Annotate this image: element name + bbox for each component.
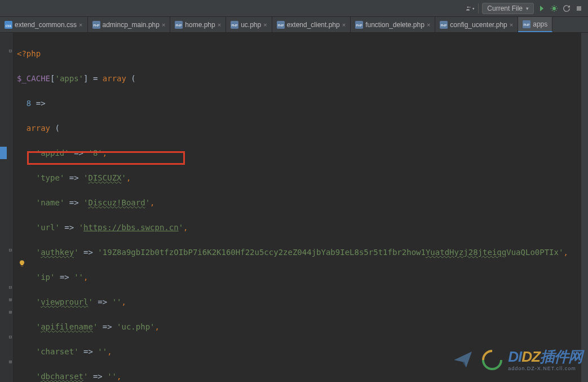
- users-dropdown-icon[interactable]: ▾: [466, 4, 475, 13]
- php-file-icon: PHP: [231, 21, 238, 29]
- close-icon[interactable]: ×: [79, 21, 82, 28]
- close-icon[interactable]: ×: [263, 21, 267, 28]
- wm-text: DZ: [521, 348, 540, 365]
- tab-label: extend_common.css: [15, 21, 77, 29]
- kv-key: viewprourl: [41, 297, 88, 306]
- close-icon[interactable]: ×: [510, 21, 513, 28]
- tab-label: admincp_main.php: [103, 21, 160, 29]
- tab-apps[interactable]: PHP apps: [518, 17, 552, 32]
- kv-key: ip: [41, 273, 50, 282]
- fold-plus-icon[interactable]: ⊞: [8, 359, 13, 364]
- svg-point-1: [470, 6, 471, 7]
- svg-text:PHP: PHP: [93, 23, 99, 27]
- wm-text: 插件网: [540, 348, 582, 365]
- fold-minus-icon[interactable]: ⊟: [8, 48, 13, 53]
- fold-minus-icon[interactable]: ⊟: [8, 247, 13, 252]
- svg-text:PHP: PHP: [176, 23, 182, 27]
- tab-config-ucenter[interactable]: PHP config_ucenter.php ×: [435, 17, 518, 32]
- svg-text:PHP: PHP: [277, 23, 284, 27]
- svg-text:PHP: PHP: [441, 23, 447, 27]
- var-cache: $_CACHE: [17, 74, 50, 83]
- run-config-label: Current File: [487, 5, 523, 12]
- php-file-icon: PHP: [440, 21, 448, 29]
- watermark-logo: DIDZ插件网 addon.DZ-X.NET.cll.com: [450, 348, 582, 372]
- chevron-down-icon: ▾: [526, 6, 529, 11]
- close-icon[interactable]: ×: [342, 21, 346, 28]
- fold-plus-icon[interactable]: ⊞: [8, 309, 13, 314]
- kv-val-part: 28jteiqq: [468, 248, 506, 257]
- editor-gutter: ⊟ ⊟ ⊟ ⊞ ⊞ ⊟ ⊞: [0, 33, 14, 382]
- php-file-icon: PHP: [355, 21, 363, 29]
- kv-val-part: 19Z8a9gbI2b0tfzOIbP7i6K2K160Hf22u5ccy2ze…: [103, 248, 426, 257]
- close-icon[interactable]: ×: [162, 21, 165, 28]
- php-open-tag: <?php: [17, 49, 41, 58]
- kv-key: appid: [41, 148, 64, 157]
- kv-key: apifilename: [41, 322, 93, 331]
- kv-key: charset: [41, 347, 74, 356]
- php-file-icon: PHP: [523, 20, 530, 28]
- kv-val-part: YuatdHyzj: [426, 248, 468, 257]
- close-icon[interactable]: ×: [427, 21, 430, 28]
- css-file-icon: css: [5, 21, 12, 29]
- tab-function-delete[interactable]: PHP function_delete.php ×: [351, 17, 435, 32]
- code-content[interactable]: <?php $_CACHE['apps'] = array ( 8 => arr…: [14, 33, 588, 382]
- fold-minus-icon[interactable]: ⊟: [8, 334, 13, 339]
- vertical-scrollbar[interactable]: [581, 33, 588, 382]
- tab-label: home.php: [185, 21, 215, 29]
- debug-button[interactable]: [550, 4, 559, 13]
- close-icon[interactable]: ×: [218, 21, 221, 28]
- svg-point-2: [552, 7, 556, 10]
- svg-text:PHP: PHP: [356, 23, 362, 27]
- array-keyword: array: [103, 74, 126, 83]
- kv-key: url: [41, 223, 55, 232]
- paper-plane-icon: [450, 349, 476, 371]
- run-button[interactable]: [537, 4, 546, 13]
- tab-label: config_ucenter.php: [450, 21, 507, 29]
- svg-text:PHP: PHP: [524, 23, 530, 26]
- php-file-icon: PHP: [277, 21, 285, 29]
- circle-logo-icon: [482, 350, 502, 370]
- tab-label: apps: [533, 20, 547, 28]
- kv-val: Discuz!Board: [88, 198, 145, 207]
- editor-tabs-bar: css extend_common.css × PHP admincp_main…: [0, 17, 588, 33]
- svg-point-0: [467, 6, 469, 8]
- svg-rect-3: [577, 6, 581, 11]
- run-config-dropdown[interactable]: Current File ▾: [482, 3, 534, 14]
- kv-val: uc.php: [121, 322, 150, 331]
- tab-home[interactable]: PHP home.php ×: [170, 17, 226, 32]
- php-file-icon: PHP: [92, 21, 100, 29]
- code-editor[interactable]: ⊟ ⊟ ⊟ ⊞ ⊞ ⊟ ⊞ <?php $_CACHE['apps'] = ar…: [0, 33, 588, 382]
- tab-label: function_delete.php: [365, 21, 425, 29]
- gutter-marker[interactable]: [0, 147, 7, 159]
- wm-subtext: addon.DZ-X.NET.cll.com: [508, 366, 582, 372]
- kv-key: type: [41, 173, 60, 182]
- tab-uc[interactable]: PHP uc.php ×: [226, 17, 272, 32]
- main-toolbar: ▾ Current File ▾: [0, 0, 588, 17]
- kv-key: dbcharset: [41, 372, 83, 381]
- wm-text: DI: [508, 348, 521, 365]
- fold-minus-icon[interactable]: ⊟: [8, 284, 13, 289]
- kv-key: name: [41, 198, 60, 207]
- kv-val: 8: [93, 148, 98, 157]
- fold-plus-icon[interactable]: ⊞: [8, 297, 13, 302]
- tab-extend-common-css[interactable]: css extend_common.css ×: [0, 17, 88, 32]
- svg-text:PHP: PHP: [232, 23, 238, 27]
- kv-key: authkey: [41, 248, 74, 257]
- kv-val-part: VuaQLo0PTIx: [506, 248, 559, 257]
- tab-admincp-main[interactable]: PHP admincp_main.php ×: [88, 17, 171, 32]
- tab-label: uc.php: [241, 21, 261, 29]
- array-keyword: array: [26, 124, 50, 133]
- tab-label: extend_client.php: [287, 21, 340, 29]
- refresh-icon[interactable]: [562, 4, 571, 13]
- tab-extend-client[interactable]: PHP extend_client.php ×: [272, 17, 351, 32]
- stop-icon[interactable]: [574, 4, 583, 13]
- array-key: apps: [60, 74, 79, 83]
- intention-bulb-icon[interactable]: [18, 260, 26, 267]
- php-file-icon: PHP: [175, 21, 183, 29]
- kv-val: DISCUZX: [88, 173, 121, 182]
- svg-text:css: css: [6, 23, 12, 27]
- url-value: https://bbs.swcpn.cn: [83, 223, 179, 232]
